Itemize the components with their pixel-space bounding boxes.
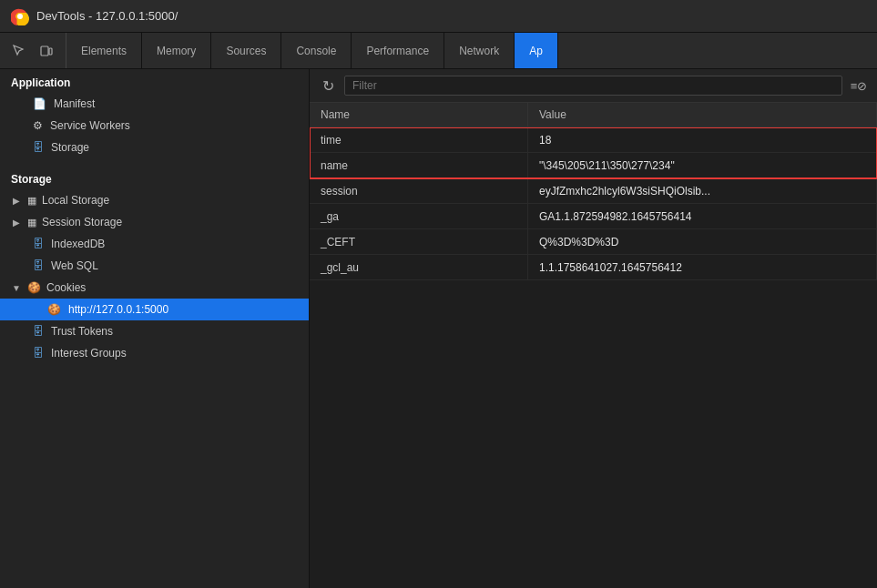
svg-rect-2 xyxy=(41,46,48,56)
file-icon: 📄 xyxy=(33,97,46,110)
sidebar-storage-section-header: Storage xyxy=(0,166,309,189)
toolbar-right: ≡⊘ xyxy=(848,75,870,96)
table-row[interactable]: _CEFT Q%3D%3D%3D xyxy=(310,229,877,255)
sidebar-item-cookies[interactable]: ▼ 🍪 Cookies xyxy=(0,277,309,299)
window-title: DevTools - 127.0.0.1:5000/ xyxy=(36,9,178,23)
title-bar: DevTools - 127.0.0.1:5000/ xyxy=(0,0,877,33)
sidebar-item-interest-groups[interactable]: 🗄 Interest Groups xyxy=(0,342,309,364)
table-header: Name Value xyxy=(310,103,877,127)
cookie-icon: 🍪 xyxy=(27,281,41,294)
main-layout: Application 📄 Manifest ⚙ Service Workers… xyxy=(0,69,877,588)
tab-memory[interactable]: Memory xyxy=(142,33,211,68)
sidebar: Application 📄 Manifest ⚙ Service Workers… xyxy=(0,69,310,588)
cell-name-time: time xyxy=(310,127,528,152)
tab-bar-icons xyxy=(0,33,66,68)
inspect-icon[interactable] xyxy=(7,39,31,63)
cell-value-ga: GA1.1.872594982.1645756414 xyxy=(528,204,877,228)
storage-icon: 🗄 xyxy=(33,141,44,154)
tab-console[interactable]: Console xyxy=(281,33,352,68)
table-row[interactable]: _gcl_au 1.1.1758641027.1645756412 xyxy=(310,255,877,280)
sidebar-item-session-storage[interactable]: ▶ ▦ Session Storage xyxy=(0,211,309,233)
cell-value-time: 18 xyxy=(528,127,877,152)
tab-elements[interactable]: Elements xyxy=(66,33,142,68)
table-row[interactable]: session eyJfZmxhc2hlcyl6W3siSHQiOlsib... xyxy=(310,178,877,204)
header-value: Value xyxy=(528,103,877,127)
table-row[interactable]: name "\345\205\211\350\277\234" xyxy=(310,153,877,178)
sidebar-item-manifest[interactable]: 📄 Manifest xyxy=(0,93,309,115)
sidebar-item-cookies-url[interactable]: 🍪 http://127.0.0.1:5000 xyxy=(0,299,309,320)
refresh-icon: ↻ xyxy=(322,77,334,95)
cell-value-name: "\345\205\211\350\277\234" xyxy=(528,153,877,177)
cell-value-gcl: 1.1.1758641027.1645756412 xyxy=(528,255,877,279)
expand-arrow-icon: ▶ xyxy=(11,195,22,206)
sidebar-item-storage-app[interactable]: 🗄 Storage xyxy=(0,137,309,158)
sidebar-item-local-storage[interactable]: ▶ ▦ Local Storage xyxy=(0,189,309,211)
device-icon[interactable] xyxy=(35,39,58,63)
table-row[interactable]: _ga GA1.1.872594982.1645756414 xyxy=(310,204,877,229)
expand-arrow-session-icon: ▶ xyxy=(11,217,22,228)
cell-name-session: session xyxy=(310,178,528,203)
sidebar-item-service-workers[interactable]: ⚙ Service Workers xyxy=(0,115,309,137)
tab-network[interactable]: Network xyxy=(444,33,515,68)
interest-groups-icon: 🗄 xyxy=(33,347,44,360)
gear-icon: ⚙ xyxy=(33,119,43,132)
chrome-logo-icon xyxy=(11,7,29,25)
sidebar-item-web-sql[interactable]: 🗄 Web SQL xyxy=(0,255,309,277)
tab-bar: Elements Memory Sources Console Performa… xyxy=(0,33,877,69)
websql-icon: 🗄 xyxy=(33,259,44,272)
tab-application[interactable]: Ap xyxy=(515,33,558,68)
data-table: Name Value time 18 name "\345\205\211\35… xyxy=(310,103,877,588)
filter-input[interactable] xyxy=(344,76,842,96)
cell-name-name: name xyxy=(310,153,528,177)
filter-options-button[interactable]: ≡⊘ xyxy=(848,75,870,96)
tab-performance[interactable]: Performance xyxy=(352,33,444,68)
sidebar-item-trust-tokens[interactable]: 🗄 Trust Tokens xyxy=(0,320,309,342)
cell-name-ceft: _CEFT xyxy=(310,229,528,254)
cell-name-ga: _ga xyxy=(310,204,528,228)
sidebar-item-indexed-db[interactable]: 🗄 IndexedDB xyxy=(0,233,309,255)
content-toolbar: ↻ ≡⊘ xyxy=(310,69,877,103)
db-icon: 🗄 xyxy=(33,238,44,250)
svg-rect-3 xyxy=(49,48,52,55)
selected-rows-group: time 18 name "\345\205\211\350\277\234" xyxy=(310,127,877,178)
cell-name-gcl: _gcl_au xyxy=(310,255,528,279)
content-area: ↻ ≡⊘ Name Value time 18 na xyxy=(310,69,877,588)
cell-value-session: eyJfZmxhc2hlcyl6W3siSHQiOlsib... xyxy=(528,178,877,203)
expand-arrow-cookies-icon: ▼ xyxy=(11,282,22,293)
cell-value-ceft: Q%3D%3D%3D xyxy=(528,229,877,254)
tab-sources[interactable]: Sources xyxy=(211,33,281,68)
sidebar-app-section-header: Application xyxy=(0,69,309,93)
grid-session-icon: ▦ xyxy=(27,217,36,228)
filter-options-icon: ≡⊘ xyxy=(851,79,868,93)
svg-point-1 xyxy=(17,14,23,19)
grid-icon: ▦ xyxy=(27,195,36,207)
table-row[interactable]: time 18 xyxy=(310,127,877,153)
trust-tokens-icon: 🗄 xyxy=(33,325,44,338)
refresh-button[interactable]: ↻ xyxy=(317,75,339,96)
cookie-url-icon: 🍪 xyxy=(47,303,61,316)
header-name: Name xyxy=(310,103,528,127)
